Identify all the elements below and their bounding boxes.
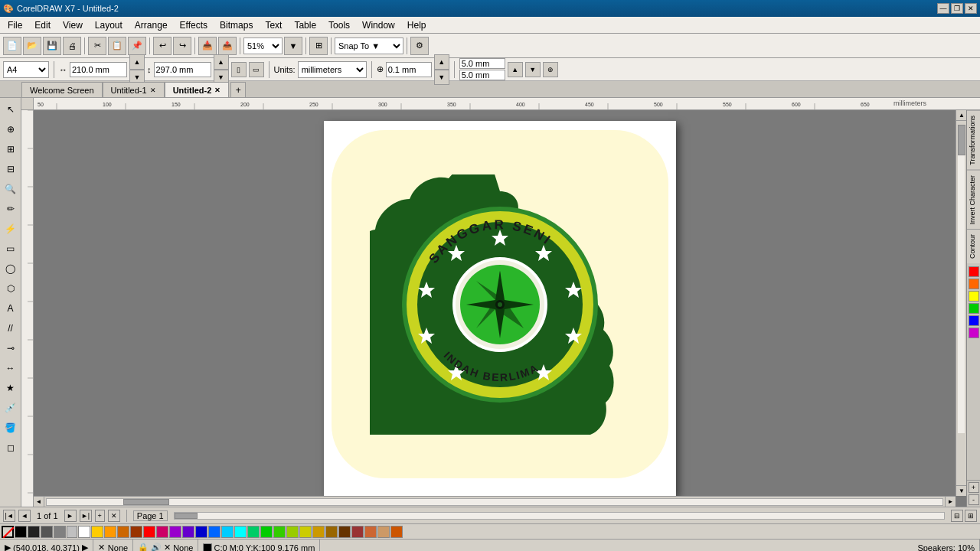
tool-parallel[interactable]: // [2,319,20,337]
scroll-track-v[interactable] [958,125,965,433]
palette-brown[interactable] [130,526,142,538]
scroll-up-button[interactable]: ▲ [956,110,966,121]
palette-dark-gold[interactable] [325,526,338,538]
tool-dimension[interactable]: ↔ [2,359,20,377]
prev-page-btn[interactable]: ◄ [18,510,31,522]
vertical-scrollbar[interactable]: ▲ ▼ [956,110,966,496]
zoom-actual-btn[interactable]: ⊞ [965,510,977,522]
palette-sienna[interactable] [364,526,377,538]
portrait-btn[interactable]: ▯ [231,62,247,77]
palette-teal[interactable] [247,526,260,538]
height-input[interactable] [154,62,211,77]
scroll-thumb-v[interactable] [958,125,965,155]
palette-rust[interactable] [390,526,403,538]
offset-up[interactable]: ▲ [508,62,523,77]
tab-add-button[interactable]: + [230,82,246,97]
menu-layout[interactable]: Layout [89,18,129,32]
tool-text[interactable]: A [2,299,20,318]
palette-yellow-green[interactable] [286,526,299,538]
palette-olive[interactable] [299,526,312,538]
menu-bitmaps[interactable]: Bitmaps [214,18,259,32]
no-fill-box[interactable] [2,526,14,538]
tool-transform[interactable]: ⊞ [2,140,20,158]
color-orange[interactable] [969,279,979,289]
menu-edit[interactable]: Edit [28,18,57,32]
tab-untitled2[interactable]: Untitled-2 ✕ [165,82,230,97]
menu-view[interactable]: View [57,18,89,32]
copy-button[interactable]: 📋 [108,37,126,55]
menu-tools[interactable]: Tools [322,18,356,32]
zoom-in-button[interactable]: + [969,482,979,493]
canvas-area[interactable]: SANGGAR SENI INDAH BERLIMA [34,110,966,507]
snap-to-select[interactable]: Snap To ▼ [335,37,403,54]
undo-button[interactable]: ↩ [153,37,172,55]
horizontal-scrollbar[interactable]: ◄ ► [34,496,956,507]
zoom-fit-btn[interactable]: ⊟ [951,510,963,522]
tool-select[interactable]: ↖ [2,100,20,119]
menu-window[interactable]: Window [356,18,401,32]
zoom-select[interactable]: 51% 100% 200% [243,37,283,54]
redo-button[interactable]: ↪ [173,37,191,55]
scroll-left-button[interactable]: ◄ [34,497,44,507]
width-up[interactable]: ▲ [129,54,145,70]
palette-midgray[interactable] [54,526,66,538]
color-red[interactable] [969,266,979,277]
paste-button[interactable]: 📌 [128,37,146,55]
save-button[interactable]: 💾 [43,37,61,55]
tab-welcome[interactable]: Welcome Screen [21,82,103,97]
scroll-down-button[interactable]: ▼ [956,485,966,496]
palette-cyan[interactable] [221,526,234,538]
scroll-track-h[interactable] [46,498,943,506]
tool-node[interactable]: ⊕ [2,120,20,139]
offset-x-input[interactable] [459,58,505,69]
tool-smart[interactable]: ⚡ [2,220,20,238]
palette-gray[interactable] [41,526,53,538]
tool-freehand[interactable]: ✏ [2,200,20,218]
options-btn[interactable]: ⚙ [410,37,429,55]
tool-interactive[interactable]: ★ [2,379,20,397]
nudge-input[interactable] [386,62,432,77]
close-button[interactable]: ✕ [965,3,977,14]
last-page-btn[interactable]: ►| [80,510,92,522]
width-input[interactable] [70,62,127,77]
offset-down[interactable]: ▼ [525,62,541,77]
palette-pink[interactable] [156,526,168,538]
palette-white[interactable] [78,526,90,538]
contour-panel[interactable]: Contour [967,229,980,263]
size-options[interactable]: ⊕ [543,62,558,77]
page-size-select[interactable]: A4 [3,61,49,78]
tool-rectangle[interactable]: ▭ [2,240,20,258]
menu-help[interactable]: Help [401,18,433,32]
palette-lime[interactable] [273,526,286,538]
print-button[interactable]: 🖨 [63,37,81,55]
nav-scroll-track[interactable] [174,512,945,520]
palette-red[interactable] [143,526,155,538]
delete-page-btn[interactable]: ✕ [108,510,120,522]
tool-eyedropper[interactable]: 💉 [2,399,20,417]
height-up[interactable]: ▲ [214,54,229,70]
palette-dark-brown[interactable] [338,526,351,538]
menu-table[interactable]: Table [288,18,322,32]
tool-outline[interactable]: ◻ [2,439,20,457]
tool-zoom[interactable]: 🔍 [2,180,20,198]
color-purple[interactable] [969,328,979,338]
tool-ellipse[interactable]: ◯ [2,259,20,278]
offset-y-input[interactable] [459,70,505,80]
next-page-btn[interactable]: ► [64,510,77,522]
tab-untitled2-close[interactable]: ✕ [214,86,220,94]
scroll-right-button[interactable]: ► [945,497,956,507]
tool-connector[interactable]: ⊸ [2,339,20,357]
palette-tan[interactable] [377,526,390,538]
menu-arrange[interactable]: Arrange [129,18,174,32]
palette-violet[interactable] [182,526,194,538]
palette-yellow[interactable] [91,526,103,538]
palette-black[interactable] [15,526,27,538]
export-button[interactable]: 📤 [218,37,237,55]
tool-crop[interactable]: ⊟ [2,160,20,178]
palette-lightgray[interactable] [67,526,77,538]
menu-effects[interactable]: Effects [174,18,214,32]
palette-brown-orange[interactable] [117,526,129,538]
scroll-thumb-h[interactable] [123,499,169,505]
minimize-button[interactable]: — [937,3,949,14]
tool-fill[interactable]: 🪣 [2,419,20,437]
